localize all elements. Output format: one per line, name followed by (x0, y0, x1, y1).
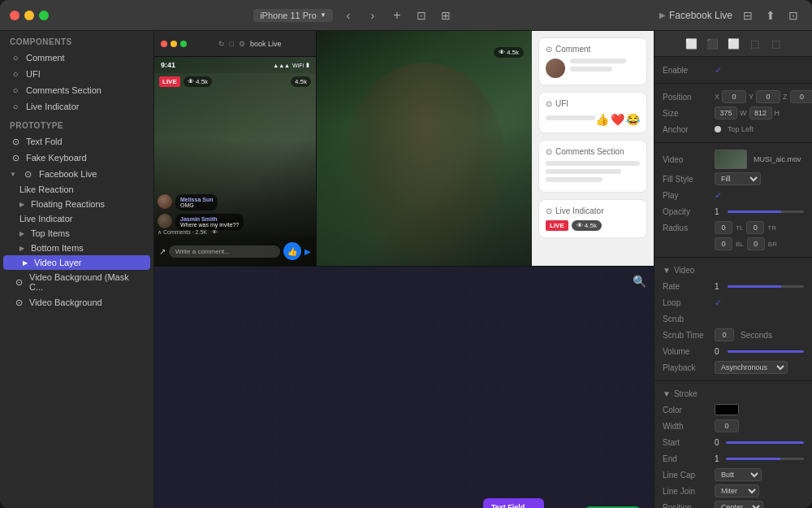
refresh-icon[interactable]: ↻ (218, 40, 225, 48)
send-button[interactable]: ▶ (304, 247, 311, 256)
enable-section: Enable ✓ (654, 57, 812, 84)
radius-br-input[interactable] (747, 237, 765, 250)
stroke-section-title: Stroke (674, 389, 698, 398)
line-join-row: Line Join Miter Round Bevel (654, 483, 812, 499)
volume-row: Volume 0 (654, 343, 812, 359)
fullscreen-icon[interactable]: ⊡ (784, 7, 802, 24)
comment-title: Comment (555, 45, 590, 54)
playback-row: Playback Asynchronous Synchronous (654, 359, 812, 376)
z-label: Z (783, 93, 788, 101)
live-indicator-icon: ⊙ (546, 206, 552, 215)
close-button[interactable] (10, 11, 19, 20)
video-section-header[interactable]: ▼ Video (654, 263, 812, 278)
flow-canvas[interactable]: 🔍 (154, 267, 654, 508)
sidebar-item-live-indicator-child[interactable]: Live Indicator (0, 211, 153, 226)
settings-icon[interactable]: ⚙ (239, 40, 245, 48)
radius-tl-input[interactable] (715, 221, 732, 234)
screen-icon[interactable]: □ (230, 40, 234, 48)
scrub-time-input[interactable] (715, 328, 734, 341)
stroke-section-header[interactable]: ▼ Stroke (654, 386, 812, 402)
sidebar-item-facebook-live[interactable]: ▼ ⊙ Facebook Live (0, 166, 153, 182)
text-field-node-1[interactable]: Text Field Initial Text → (483, 498, 544, 508)
battery-icon: ▮ (306, 62, 309, 68)
position-x-input[interactable] (722, 90, 746, 103)
distribute-h-icon[interactable]: ⬚ (747, 37, 762, 51)
stroke-width-input[interactable] (715, 419, 739, 432)
distribute-v-icon[interactable]: ⬚ (768, 37, 783, 51)
sidebar-item-bottom-items[interactable]: ▶ Bottom Items (0, 241, 153, 255)
minimize-button[interactable] (24, 11, 34, 20)
signal-icon: ▲▲▲ (273, 63, 290, 68)
line-cap-row: Line Cap Butt Round Square (654, 467, 812, 483)
phone-minimize[interactable] (171, 41, 177, 47)
playback-select[interactable]: Asynchronous Synchronous (715, 361, 788, 374)
br-label: BR (768, 241, 777, 248)
sidebar-item-fake-keyboard[interactable]: ⊙ Fake Keyboard (0, 150, 153, 166)
target-icon: ⊙ (10, 136, 21, 147)
size-w-input[interactable] (715, 106, 737, 119)
align-right-icon[interactable]: ⬜ (726, 37, 741, 51)
search-canvas-icon[interactable]: 🔍 (631, 273, 647, 289)
sidebar-item-top-items[interactable]: ▶ Top Items (0, 226, 153, 241)
share-btn[interactable]: ↗ (159, 247, 166, 256)
circle-icon: ○ (10, 85, 21, 96)
comment-icon: ⊙ (546, 45, 552, 54)
start-slider[interactable] (726, 441, 804, 444)
stroke-color-swatch[interactable] (715, 404, 739, 415)
maximize-button[interactable] (39, 11, 49, 20)
sidebar-item-comments-section[interactable]: ○ Comments Section (0, 82, 153, 98)
comment-input[interactable]: Write a comment... (169, 245, 280, 258)
stroke-end-row: End 1 (654, 450, 812, 467)
phone-close[interactable] (161, 41, 167, 47)
sidebar-item-comment[interactable]: ○ Comment (0, 50, 153, 66)
size-h-input[interactable] (749, 106, 772, 119)
radius-bottom-row: BL BR (654, 236, 812, 252)
comments-section-icon: ⊙ (546, 147, 552, 156)
loop-label: Loop (663, 298, 711, 307)
video-row: Video MUSI_aic.mov (654, 148, 812, 171)
line-cap-select[interactable]: Butt Round Square (715, 468, 762, 481)
add-button[interactable]: + (388, 7, 406, 24)
w-label: W (740, 109, 747, 117)
scrub-label: Scrub (663, 315, 711, 323)
comment-bubble-2: Jasmin Smith Where was my invite?? (175, 214, 244, 230)
like-button[interactable]: 👍 (283, 242, 301, 260)
video-thumbnail[interactable] (715, 150, 747, 169)
copy-icon[interactable]: ⊡ (412, 7, 430, 24)
opacity-slider[interactable] (728, 211, 804, 213)
end-slider[interactable] (726, 458, 804, 460)
share-icon[interactable]: ⬆ (762, 7, 780, 24)
sidebar-item-like-reaction[interactable]: Like Reaction (0, 182, 153, 197)
align-left-icon[interactable]: ⬜ (684, 37, 698, 51)
comments-count-bar: ∧ Comments · 2.5K 👁 (158, 229, 218, 236)
sidebar-item-ufi[interactable]: ○ UFI (0, 66, 153, 82)
device-selector[interactable]: iPhone 11 Pro ▼ (253, 9, 333, 22)
opacity-value: 1 (715, 207, 719, 216)
y-label: Y (749, 93, 754, 101)
sidebar-item-text-field[interactable]: ⊙ Text Fold (0, 133, 153, 150)
volume-slider[interactable] (728, 350, 804, 353)
position-z-input[interactable] (790, 90, 812, 103)
forward-button[interactable]: › (364, 7, 382, 24)
title-bar-right: ⊟ ⬆ ⊡ (739, 7, 802, 24)
comments-section-header: ⊙ Comments Section (546, 147, 640, 156)
position-y-input[interactable] (756, 90, 780, 103)
preview-icon[interactable]: ⊞ (437, 7, 455, 24)
align-center-icon[interactable]: ⬛ (705, 37, 719, 51)
grid-icon[interactable]: ⊟ (739, 7, 757, 24)
fill-style-select[interactable]: Fill Fit Stretch (715, 172, 761, 185)
stroke-position-select[interactable]: Center Inside Outside (715, 501, 763, 508)
phone-maximize[interactable] (180, 41, 187, 47)
sidebar-item-live-indicator[interactable]: ○ Live Indicator (0, 98, 153, 115)
radius-bl-input[interactable] (715, 237, 732, 250)
sidebar-item-floating-reactions[interactable]: ▶ Floating Reactions (0, 197, 153, 211)
radius-tr-input[interactable] (746, 221, 764, 234)
sidebar-item-video-bg-mask[interactable]: ⊙ Video Background (Mask C... (0, 270, 153, 294)
sidebar-item-video-layer[interactable]: ▶ Video Layer (3, 255, 150, 270)
rate-slider[interactable] (728, 285, 804, 288)
preview-area: ↻ □ ⚙ book Live (154, 31, 654, 267)
comments-section-component: ⊙ Comments Section (538, 140, 647, 193)
sidebar-item-video-bg[interactable]: ⊙ Video Background (0, 294, 153, 310)
line-join-select[interactable]: Miter Round Bevel (715, 484, 759, 497)
back-button[interactable]: ‹ (339, 7, 357, 24)
